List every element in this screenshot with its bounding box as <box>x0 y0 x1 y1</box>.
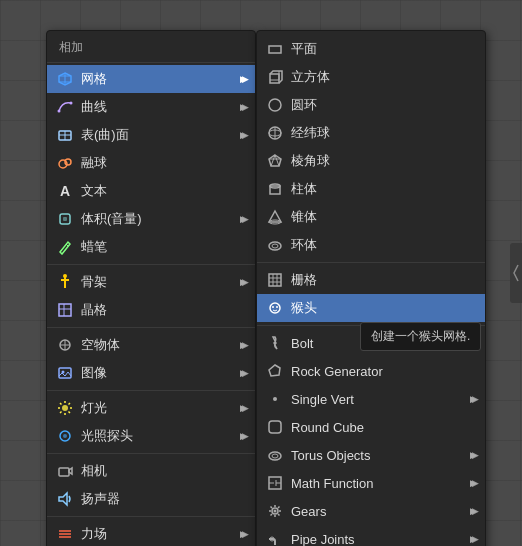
force-icon <box>55 524 75 544</box>
menu-item-lattice[interactable]: 晶格 <box>47 296 255 324</box>
force-arrow: ▶ <box>242 529 249 539</box>
menu-item-mesh[interactable]: 网格 ▶ <box>47 65 255 93</box>
empty-icon <box>55 335 75 355</box>
armature-label: 骨架 <box>81 273 247 291</box>
menu-item-speaker[interactable]: 扬声器 <box>47 485 255 513</box>
submenu-item-icosphere[interactable]: 棱角球 <box>257 147 485 175</box>
menu-item-image[interactable]: 图像 ▶ <box>47 359 255 387</box>
mesh-arrow: ▶ <box>242 74 249 84</box>
light-label: 灯光 <box>81 399 247 417</box>
submenu-item-torusobjects[interactable]: Torus Objects ▶ <box>257 441 485 469</box>
mesh-submenu-panel: 平面 立方体 圆环 经纬球 棱角球 <box>256 30 486 546</box>
menu-item-empty[interactable]: 空物体 ▶ <box>47 331 255 359</box>
svg-point-74 <box>272 454 278 458</box>
svg-rect-44 <box>269 46 281 53</box>
monkey-icon <box>265 298 285 318</box>
cone-label: 锥体 <box>291 208 477 226</box>
submenu-item-circle[interactable]: 圆环 <box>257 91 485 119</box>
image-arrow: ▶ <box>242 368 249 378</box>
monkey-tooltip-text: 创建一个猴头网格. <box>371 329 470 343</box>
submenu-item-mathfunction[interactable]: Math Function ▶ <box>257 469 485 497</box>
menu-item-force[interactable]: 力场 ▶ <box>47 520 255 546</box>
light-icon <box>55 398 75 418</box>
divider-1 <box>47 264 255 265</box>
text-label: 文本 <box>81 182 247 200</box>
svg-rect-62 <box>269 274 281 286</box>
svg-point-80 <box>274 510 277 513</box>
torus-icon <box>265 235 285 255</box>
menu-item-grease[interactable]: 蜡笔 <box>47 233 255 261</box>
grease-icon <box>55 237 75 257</box>
submenu-item-uvsphere[interactable]: 经纬球 <box>257 119 485 147</box>
light-arrow: ▶ <box>242 403 249 413</box>
submenu-item-roundcube[interactable]: Round Cube <box>257 413 485 441</box>
menu-item-camera[interactable]: 相机 <box>47 457 255 485</box>
side-arrow-icon <box>512 263 520 283</box>
icosphere-icon <box>265 151 285 171</box>
submenu-item-cone[interactable]: 锥体 <box>257 203 485 231</box>
surface-arrow: ▶ <box>242 130 249 140</box>
main-menu-panel: 相加 网格 ▶ 曲线 ▶ 表(曲)面 ▶ <box>46 30 256 546</box>
menu-item-light[interactable]: 灯光 ▶ <box>47 394 255 422</box>
bolt-icon <box>265 333 285 353</box>
text-icon: A <box>55 181 75 201</box>
icosphere-label: 棱角球 <box>291 152 477 170</box>
singlevert-label: Single Vert <box>291 392 477 407</box>
svg-point-69 <box>276 306 278 308</box>
pipejoints-icon <box>265 529 285 546</box>
menu-item-text[interactable]: A 文本 <box>47 177 255 205</box>
probe-label: 光照探头 <box>81 427 247 445</box>
submenu-item-rock[interactable]: Rock Generator <box>257 357 485 385</box>
speaker-label: 扬声器 <box>81 490 247 508</box>
empty-arrow: ▶ <box>242 340 249 350</box>
plane-icon <box>265 39 285 59</box>
mesh-icon <box>55 69 75 89</box>
submenu-item-grid[interactable]: 栅格 <box>257 266 485 294</box>
submenu-item-cylinder[interactable]: 柱体 <box>257 175 485 203</box>
menu-item-metaball[interactable]: 融球 <box>47 149 255 177</box>
menu-item-probe[interactable]: 光照探头 ▶ <box>47 422 255 450</box>
torusobjects-arrow: ▶ <box>472 450 479 460</box>
submenu-item-singlevert[interactable]: Single Vert ▶ <box>257 385 485 413</box>
surface-label: 表(曲)面 <box>81 126 247 144</box>
uvsphere-label: 经纬球 <box>291 124 477 142</box>
submenu-item-torus[interactable]: 环体 <box>257 231 485 259</box>
submenu-item-pipejoints[interactable]: Pipe Joints ▶ <box>257 525 485 546</box>
gears-icon <box>265 501 285 521</box>
probe-arrow: ▶ <box>242 431 249 441</box>
roundcube-icon <box>265 417 285 437</box>
submenu-item-gears[interactable]: Gears ▶ <box>257 497 485 525</box>
mathfunction-label: Math Function <box>291 476 477 491</box>
svg-line-33 <box>60 412 62 414</box>
gears-label: Gears <box>291 504 477 519</box>
curve-arrow: ▶ <box>242 102 249 112</box>
divider-3 <box>47 390 255 391</box>
svg-marker-52 <box>269 155 281 166</box>
svg-line-30 <box>60 403 62 405</box>
cylinder-icon <box>265 179 285 199</box>
submenu-item-cube[interactable]: 立方体 <box>257 63 485 91</box>
monkey-label: 猴头 <box>291 299 477 317</box>
menu-item-volume[interactable]: 体积(音量) ▶ <box>47 205 255 233</box>
metaball-icon <box>55 153 75 173</box>
svg-rect-17 <box>59 304 71 316</box>
svg-marker-70 <box>269 365 280 376</box>
svg-point-16 <box>63 274 67 278</box>
cylinder-label: 柱体 <box>291 180 477 198</box>
side-panel-hint <box>510 243 522 303</box>
curve-icon <box>55 97 75 117</box>
svg-point-68 <box>272 306 274 308</box>
rock-label: Rock Generator <box>291 364 477 379</box>
submenu-item-plane[interactable]: 平面 <box>257 35 485 63</box>
plane-label: 平面 <box>291 40 477 58</box>
menu-item-armature[interactable]: 骨架 ▶ <box>47 268 255 296</box>
menu-header: 相加 <box>47 35 255 63</box>
force-label: 力场 <box>81 525 247 543</box>
menu-item-curve[interactable]: 曲线 ▶ <box>47 93 255 121</box>
torusobjects-icon <box>265 445 285 465</box>
menu-item-surface[interactable]: 表(曲)面 ▶ <box>47 121 255 149</box>
submenu-item-monkey[interactable]: 猴头 <box>257 294 485 322</box>
image-label: 图像 <box>81 364 247 382</box>
curve-label: 曲线 <box>81 98 247 116</box>
svg-point-35 <box>63 434 67 438</box>
